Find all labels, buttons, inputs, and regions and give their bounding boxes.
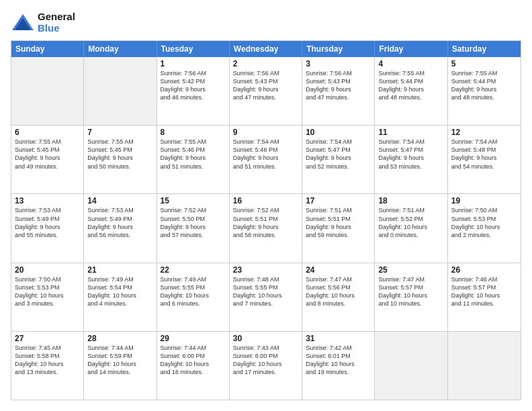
calendar-body: 1Sunrise: 7:56 AM Sunset: 5:42 PM Daylig… [11,57,521,400]
day-info: Sunrise: 7:55 AM Sunset: 5:44 PM Dayligh… [378,69,443,102]
calendar-day-9: 9Sunrise: 7:54 AM Sunset: 5:46 PM Daylig… [230,126,302,193]
header-day-sunday: Sunday [11,41,84,57]
calendar-day-22: 22Sunrise: 7:49 AM Sunset: 5:55 PM Dayli… [157,263,230,331]
calendar-day-15: 15Sunrise: 7:52 AM Sunset: 5:50 PM Dayli… [157,194,230,262]
day-info: Sunrise: 7:44 AM Sunset: 6:00 PM Dayligh… [161,344,226,377]
calendar-day-21: 21Sunrise: 7:49 AM Sunset: 5:54 PM Dayli… [84,263,157,331]
calendar-day-11: 11Sunrise: 7:54 AM Sunset: 5:47 PM Dayli… [375,126,447,193]
day-number: 22 [161,265,226,275]
day-number: 8 [161,128,226,137]
calendar-row-4: 20Sunrise: 7:50 AM Sunset: 5:53 PM Dayli… [11,263,521,331]
calendar-day-17: 17Sunrise: 7:51 AM Sunset: 5:51 PM Dayli… [302,194,375,262]
day-info: Sunrise: 7:55 AM Sunset: 5:45 PM Dayligh… [87,138,152,171]
day-info: Sunrise: 7:50 AM Sunset: 5:53 PM Dayligh… [15,275,80,308]
day-number: 28 [87,334,152,343]
day-number: 27 [15,334,80,343]
day-number: 19 [451,196,517,205]
day-number: 26 [451,265,517,275]
header-day-wednesday: Wednesday [230,41,302,57]
calendar-day-28: 28Sunrise: 7:44 AM Sunset: 5:59 PM Dayli… [84,332,157,400]
calendar-empty-cell [84,57,157,125]
day-number: 17 [306,196,371,205]
day-number: 11 [378,128,443,137]
header-day-thursday: Thursday [302,41,375,57]
day-number: 2 [233,59,298,68]
day-info: Sunrise: 7:42 AM Sunset: 6:01 PM Dayligh… [306,344,371,377]
day-info: Sunrise: 7:47 AM Sunset: 5:57 PM Dayligh… [378,275,443,308]
day-number: 24 [306,265,371,275]
day-info: Sunrise: 7:53 AM Sunset: 5:49 PM Dayligh… [87,206,152,239]
day-info: Sunrise: 7:51 AM Sunset: 5:52 PM Dayligh… [378,206,443,239]
calendar-day-23: 23Sunrise: 7:48 AM Sunset: 5:55 PM Dayli… [230,263,302,331]
day-info: Sunrise: 7:52 AM Sunset: 5:50 PM Dayligh… [161,206,226,239]
day-number: 10 [306,128,371,137]
calendar-day-7: 7Sunrise: 7:55 AM Sunset: 5:45 PM Daylig… [84,126,157,193]
calendar-header: SundayMondayTuesdayWednesdayThursdayFrid… [11,41,521,57]
calendar-day-18: 18Sunrise: 7:51 AM Sunset: 5:52 PM Dayli… [375,194,447,262]
day-number: 15 [161,196,226,205]
calendar-empty-cell [375,332,447,400]
header: General Blue [11,11,521,34]
calendar-day-6: 6Sunrise: 7:55 AM Sunset: 5:45 PM Daylig… [11,126,84,193]
day-info: Sunrise: 7:49 AM Sunset: 5:55 PM Dayligh… [161,275,226,308]
calendar-day-26: 26Sunrise: 7:46 AM Sunset: 5:57 PM Dayli… [448,263,521,331]
day-number: 7 [87,128,152,137]
calendar-day-10: 10Sunrise: 7:54 AM Sunset: 5:47 PM Dayli… [302,126,375,193]
day-info: Sunrise: 7:56 AM Sunset: 5:43 PM Dayligh… [233,69,298,102]
day-number: 16 [233,196,298,205]
calendar-empty-cell [11,57,84,125]
calendar-day-30: 30Sunrise: 7:43 AM Sunset: 6:00 PM Dayli… [230,332,302,400]
day-number: 14 [87,196,152,205]
day-number: 29 [161,334,226,343]
logo-text: General Blue [38,11,75,34]
calendar-day-24: 24Sunrise: 7:47 AM Sunset: 5:56 PM Dayli… [302,263,375,331]
day-info: Sunrise: 7:49 AM Sunset: 5:54 PM Dayligh… [87,275,152,308]
day-info: Sunrise: 7:45 AM Sunset: 5:58 PM Dayligh… [15,344,80,377]
calendar-day-8: 8Sunrise: 7:55 AM Sunset: 5:46 PM Daylig… [157,126,230,193]
calendar-empty-cell [448,332,521,400]
day-info: Sunrise: 7:54 AM Sunset: 5:46 PM Dayligh… [233,138,298,171]
day-number: 4 [378,59,443,68]
day-number: 21 [87,265,152,275]
day-info: Sunrise: 7:55 AM Sunset: 5:46 PM Dayligh… [161,138,226,171]
day-info: Sunrise: 7:51 AM Sunset: 5:51 PM Dayligh… [306,206,371,239]
day-number: 31 [306,334,371,343]
header-day-friday: Friday [375,41,447,57]
calendar-day-16: 16Sunrise: 7:52 AM Sunset: 5:51 PM Dayli… [230,194,302,262]
calendar-day-13: 13Sunrise: 7:53 AM Sunset: 5:49 PM Dayli… [11,194,84,262]
calendar-row-1: 1Sunrise: 7:56 AM Sunset: 5:42 PM Daylig… [11,57,521,125]
calendar-row-5: 27Sunrise: 7:45 AM Sunset: 5:58 PM Dayli… [11,331,521,400]
calendar-day-4: 4Sunrise: 7:55 AM Sunset: 5:44 PM Daylig… [375,57,447,125]
logo: General Blue [11,11,75,34]
day-number: 1 [161,59,226,68]
day-info: Sunrise: 7:46 AM Sunset: 5:57 PM Dayligh… [451,275,517,308]
day-number: 9 [233,128,298,137]
day-number: 6 [15,128,80,137]
day-number: 3 [306,59,371,68]
day-info: Sunrise: 7:54 AM Sunset: 5:48 PM Dayligh… [451,138,517,171]
day-info: Sunrise: 7:50 AM Sunset: 5:53 PM Dayligh… [451,206,517,239]
calendar-day-27: 27Sunrise: 7:45 AM Sunset: 5:58 PM Dayli… [11,332,84,400]
calendar-day-29: 29Sunrise: 7:44 AM Sunset: 6:00 PM Dayli… [157,332,230,400]
calendar-day-2: 2Sunrise: 7:56 AM Sunset: 5:43 PM Daylig… [230,57,302,125]
day-number: 12 [451,128,517,137]
day-info: Sunrise: 7:54 AM Sunset: 5:47 PM Dayligh… [378,138,443,171]
day-info: Sunrise: 7:43 AM Sunset: 6:00 PM Dayligh… [233,344,298,377]
day-info: Sunrise: 7:48 AM Sunset: 5:55 PM Dayligh… [233,275,298,308]
calendar-day-3: 3Sunrise: 7:56 AM Sunset: 5:43 PM Daylig… [302,57,375,125]
day-info: Sunrise: 7:55 AM Sunset: 5:45 PM Dayligh… [15,138,80,171]
day-info: Sunrise: 7:56 AM Sunset: 5:42 PM Dayligh… [161,69,226,102]
day-number: 20 [15,265,80,275]
calendar: SundayMondayTuesdayWednesdayThursdayFrid… [11,40,521,400]
day-info: Sunrise: 7:53 AM Sunset: 5:49 PM Dayligh… [15,206,80,239]
calendar-day-19: 19Sunrise: 7:50 AM Sunset: 5:53 PM Dayli… [448,194,521,262]
calendar-row-2: 6Sunrise: 7:55 AM Sunset: 5:45 PM Daylig… [11,125,521,193]
day-info: Sunrise: 7:55 AM Sunset: 5:44 PM Dayligh… [451,69,517,102]
calendar-day-25: 25Sunrise: 7:47 AM Sunset: 5:57 PM Dayli… [375,263,447,331]
day-info: Sunrise: 7:47 AM Sunset: 5:56 PM Dayligh… [306,275,371,308]
header-day-saturday: Saturday [448,41,521,57]
calendar-day-1: 1Sunrise: 7:56 AM Sunset: 5:42 PM Daylig… [157,57,230,125]
day-info: Sunrise: 7:54 AM Sunset: 5:47 PM Dayligh… [306,138,371,171]
day-number: 13 [15,196,80,205]
day-info: Sunrise: 7:56 AM Sunset: 5:43 PM Dayligh… [306,69,371,102]
